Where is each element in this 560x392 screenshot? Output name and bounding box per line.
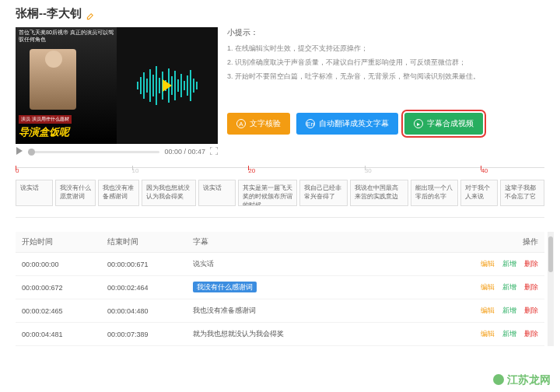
subtitle-table: 开始时间 结束时间 字幕 操作 00:00:00:00 00:00:00:671… [16, 232, 544, 346]
divider [16, 217, 544, 218]
video-lower-tag: 演员 演员用作什么题材 [19, 115, 72, 124]
add-op[interactable]: 新增 [502, 306, 516, 316]
table-row[interactable]: 00:00:00:00 00:00:00:671 说实话 编辑 新增 删除 [16, 253, 544, 276]
compose-video-button[interactable]: ▸ 字幕合成视频 [404, 113, 483, 135]
cell-sub[interactable]: 说实话 [193, 259, 445, 269]
edit-op[interactable]: 编辑 [481, 329, 495, 339]
check-icon: A [236, 119, 246, 128]
tick: 40 [481, 167, 488, 174]
col-ops: 操作 [445, 236, 538, 247]
table-header: 开始时间 结束时间 字幕 操作 [16, 232, 544, 253]
cell-start: 00:00:00:00 [22, 261, 107, 268]
title-text: 张桐--李大钊 [16, 6, 82, 21]
tip-item: 在线编辑实时生效，提交不支持还原操作； [227, 43, 544, 54]
edit-icon[interactable] [86, 9, 95, 18]
video-area[interactable]: 首位飞天奖80后视帝 真正的演员可以驾驭任何角色 演员 演员用作什么题材 导演盒… [16, 27, 218, 144]
tips-list: 在线编辑实时生效，提交不支持还原操作； 识别准确度取决于声音质量，不建议自行严重… [227, 43, 544, 82]
table-row[interactable]: 00:00:00:672 00:00:02:464 我没有什么感谢词 编辑 新增… [16, 276, 544, 299]
segment[interactable]: 因为我也想就没认为我会得奖 [142, 180, 196, 206]
tips-panel: 小提示： 在线编辑实时生效，提交不支持还原操作； 识别准确度取决于声音质量，不建… [227, 27, 544, 159]
add-op[interactable]: 新增 [502, 282, 516, 292]
tick: 10 [132, 167, 139, 174]
cell-end: 00:00:07:389 [107, 331, 193, 338]
video-overlay-text: 首位飞天奖80后视帝 真正的演员可以驾驭任何角色 [19, 29, 114, 43]
cell-end: 00:00:00:671 [107, 261, 193, 268]
edit-op[interactable]: 编辑 [481, 282, 495, 292]
video-player: 首位飞天奖80后视帝 真正的演员可以驾驭任何角色 演员 演员用作什么题材 导演盒… [16, 27, 218, 159]
del-op[interactable]: 删除 [524, 306, 538, 316]
cell-start: 00:00:02:465 [22, 307, 107, 315]
cell-sub[interactable]: 就为我也想就没认为我会得奖 [193, 329, 445, 339]
segment[interactable]: 我也没有准备感谢词 [98, 180, 138, 206]
tips-heading: 小提示： [227, 27, 544, 38]
player-controls: 00:00 / 00:47 [16, 144, 218, 159]
btn-label: 字幕合成视频 [427, 118, 474, 129]
cell-sub[interactable]: 我也没有准备感谢词 [193, 306, 445, 316]
cell-end: 00:00:04:480 [107, 307, 193, 315]
compose-icon: ▸ [414, 119, 423, 128]
time-display: 00:00 / 00:47 [164, 148, 205, 156]
play-small-icon[interactable] [16, 147, 23, 156]
action-buttons: A 文字核验 En 自动翻译成英文字幕 ▸ 字幕合成视频 [227, 113, 544, 135]
segment[interactable]: 说实话 [198, 180, 236, 206]
btn-label: 文字核验 [250, 118, 281, 129]
segment-strip[interactable]: 说实话 我没有什么愿意谢词 我也没有准备感谢词 因为我也想就没认为我会得奖 说实… [16, 180, 544, 206]
del-op[interactable]: 删除 [524, 259, 538, 269]
translate-button[interactable]: En 自动翻译成英文字幕 [296, 113, 398, 135]
cell-end: 00:00:02:464 [107, 284, 193, 292]
timeline-ruler[interactable]: 0 10 20 30 40 [16, 167, 544, 178]
text-check-button[interactable]: A 文字核验 [227, 113, 290, 135]
watermark: 江苏龙网 [493, 373, 551, 387]
cell-sub[interactable]: 我没有什么感谢词 [193, 282, 445, 292]
segment[interactable]: 我自己已经非常兴奋得了 [299, 180, 347, 206]
segment[interactable]: 其实是第一届飞天奖的时候颁布所谓的时候 [238, 180, 297, 206]
del-op[interactable]: 删除 [524, 282, 538, 292]
table-row[interactable]: 00:00:02:465 00:00:04:480 我也没有准备感谢词 编辑 新… [16, 299, 544, 323]
add-op[interactable]: 新增 [502, 259, 516, 269]
cell-ops: 编辑 新增 删除 [445, 282, 538, 292]
cell-start: 00:00:04:481 [22, 331, 107, 338]
cell-ops: 编辑 新增 删除 [445, 259, 538, 269]
translate-icon: En [306, 119, 315, 128]
segment[interactable]: 这辈子我都不会忘了它 [500, 180, 544, 206]
segment[interactable]: 我没有什么愿意谢词 [55, 180, 96, 206]
tip-item: 识别准确度取决于声音质量，不建议自行严重影响使用，可反馈至微信群； [227, 57, 544, 68]
segment[interactable]: 能出现一个八零后的名字 [411, 180, 458, 206]
progress-bar[interactable] [28, 151, 159, 153]
tip-item: 开始时不要留空白篇，吐字标准，无杂音，无背景乐，整句阅读识别效果最佳。 [227, 71, 544, 82]
cell-ops: 编辑 新增 删除 [445, 329, 538, 339]
del-op[interactable]: 删除 [524, 329, 538, 339]
table-row[interactable]: 00:00:04:481 00:00:07:389 就为我也想就没认为我会得奖 … [16, 323, 544, 346]
col-start: 开始时间 [22, 236, 107, 247]
fullscreen-icon[interactable] [210, 147, 218, 156]
segment[interactable]: 我说在中国最高来营的实践意边 [350, 180, 408, 206]
segment[interactable]: 说实话 [16, 180, 53, 206]
btn-label: 自动翻译成英文字幕 [319, 118, 389, 129]
cell-start: 00:00:00:672 [22, 284, 107, 292]
col-end: 结束时间 [107, 236, 193, 247]
segment[interactable]: 对于我个人来说 [460, 180, 498, 206]
edit-op[interactable]: 编辑 [481, 259, 495, 269]
waveform [117, 27, 218, 144]
tick: 20 [248, 167, 255, 174]
tick: 0 [16, 167, 19, 174]
page-title: 张桐--李大钊 [16, 6, 544, 21]
col-sub: 字幕 [193, 236, 445, 247]
tick: 30 [365, 167, 372, 174]
play-icon[interactable] [163, 79, 172, 92]
scrollbar[interactable] [548, 232, 554, 346]
video-still: 首位飞天奖80后视帝 真正的演员可以驾驭任何角色 演员 演员用作什么题材 导演盒… [16, 27, 117, 144]
edit-op[interactable]: 编辑 [481, 306, 495, 316]
cell-ops: 编辑 新增 删除 [445, 306, 538, 316]
video-caption: 导演盒饭呢 [19, 125, 69, 139]
add-op[interactable]: 新增 [502, 329, 516, 339]
